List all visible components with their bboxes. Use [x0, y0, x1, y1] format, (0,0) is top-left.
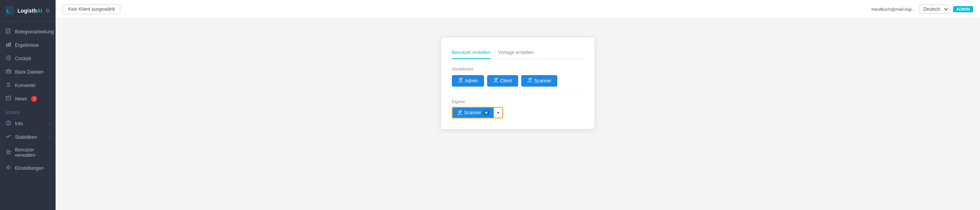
main: Kein Klient ausgewählt handbuch@mail.log… — [56, 0, 980, 210]
news-badge: 7 — [31, 96, 37, 102]
sidebar-item-bank-dateien[interactable]: Bank Dateien — [0, 65, 56, 79]
sidebar-item-label: Cockpit — [15, 56, 31, 61]
chevron-right-icon: › — [49, 121, 50, 126]
konverter-icon — [5, 82, 11, 89]
content-area: Benutzer erstellen Vorlage erstellen Vor… — [56, 18, 980, 210]
admin-badge: ADMIN — [953, 6, 973, 12]
topbar-right: handbuch@mail.logi... Deutsch English AD… — [872, 5, 973, 14]
sidebar-item-benutzer-verwalten[interactable]: Benutzer verwalten — [0, 144, 56, 161]
tab-vorlage-erstellen[interactable]: Vorlage erstellen — [498, 47, 534, 59]
eigene-row: Scanner M ▾ — [452, 107, 584, 118]
client-btn-label: Client — [500, 78, 512, 84]
sidebar-item-label: Statistiken — [15, 135, 37, 140]
no-client-button[interactable]: Kein Klient ausgewählt — [62, 4, 120, 14]
svg-point-21 — [8, 121, 9, 122]
sidebar-item-label: Bank Dateien — [15, 69, 44, 75]
sidebar-item-label: Ergebnisse — [15, 43, 39, 48]
eigene-selected-label: Scanner — [464, 110, 481, 115]
svg-point-31 — [529, 79, 531, 80]
statistiken-icon — [5, 134, 11, 140]
sidebar-nav: Belegverarbeitung Ergebnisse Cockpit Ban… — [0, 22, 56, 210]
chevron-down-icon: ▾ — [497, 110, 499, 115]
user-email: handbuch@mail.logi... — [872, 7, 915, 11]
sidebar-item-label: Belegverarbeitung — [15, 29, 54, 34]
svg-rect-8 — [10, 42, 11, 47]
logo-text: LogisthAI — [17, 8, 42, 14]
sidebar-item-label: Info — [15, 121, 23, 126]
eigene-label: Eigene — [452, 99, 584, 104]
belegverarbeitung-icon — [5, 28, 11, 35]
eigene-dropdown-button[interactable]: ▾ — [494, 108, 502, 118]
logo-icon: L — [5, 5, 14, 16]
news-icon — [5, 95, 11, 102]
sidebar-item-belegverarbeitung[interactable]: Belegverarbeitung — [0, 25, 56, 38]
info-icon — [5, 120, 11, 127]
client-preset-button[interactable]: Client — [487, 75, 518, 87]
sidebar-item-konverter[interactable]: Konverter — [0, 79, 56, 92]
cockpit-icon — [5, 55, 11, 62]
topbar: Kein Klient ausgewählt handbuch@mail.log… — [56, 0, 980, 18]
sidebar-item-label: Einstellungen — [15, 166, 44, 171]
eigene-selected-button[interactable]: Scanner M — [453, 108, 494, 118]
svg-text:L: L — [7, 8, 10, 14]
predefined-buttons: Admin Client Scanner — [452, 75, 584, 87]
svg-rect-7 — [8, 43, 9, 47]
sidebar-item-label: News — [15, 96, 27, 102]
svg-point-24 — [8, 167, 10, 169]
modal-tabs: Benutzer erstellen Vorlage erstellen — [452, 47, 584, 59]
sidebar-item-label: Benutzer verwalten — [15, 147, 50, 158]
svg-point-23 — [9, 151, 11, 152]
tab-benutzer-erstellen[interactable]: Benutzer erstellen — [452, 47, 491, 59]
sidebar-item-info[interactable]: Info › — [0, 117, 56, 130]
predefined-label: Vordefiniert — [452, 67, 584, 71]
svg-point-22 — [7, 150, 9, 152]
sidebar-item-news[interactable]: News 7 — [0, 92, 56, 105]
svg-point-34 — [459, 111, 461, 113]
settings-icon[interactable]: ⚙ — [45, 8, 50, 14]
chevron-right-icon: › — [49, 135, 50, 139]
eigene-m-badge: M — [483, 110, 489, 115]
einstellungen-icon — [5, 165, 11, 171]
eigene-selector: Scanner M ▾ — [452, 107, 503, 118]
admin-section-label: ADMIN — [0, 105, 56, 117]
sidebar-logo: L LogisthAI ⚙ — [0, 0, 56, 22]
admin-btn-label: Admin — [465, 78, 478, 84]
sidebar-item-label: Konverter — [15, 83, 36, 88]
scanner-user-icon — [527, 78, 532, 84]
sidebar: L LogisthAI ⚙ Belegverarbeitung Ergebnis… — [0, 0, 56, 210]
svg-rect-6 — [6, 44, 7, 47]
client-user-icon — [493, 78, 498, 84]
admin-preset-button[interactable]: Admin — [452, 75, 484, 87]
sidebar-item-ergebnisse[interactable]: Ergebnisse — [0, 38, 56, 52]
language-select[interactable]: Deutsch English — [919, 5, 949, 14]
sidebar-item-einstellungen[interactable]: Einstellungen › — [0, 161, 56, 175]
sidebar-item-statistiken[interactable]: Statistiken › — [0, 130, 56, 144]
svg-line-11 — [8, 57, 10, 58]
sidebar-item-cockpit[interactable]: Cockpit — [0, 52, 56, 65]
svg-point-28 — [495, 79, 497, 80]
bank-dateien-icon — [5, 69, 11, 75]
create-user-card: Benutzer erstellen Vorlage erstellen Vor… — [441, 38, 594, 129]
benutzer-verwalten-icon — [5, 149, 11, 156]
scanner-btn-label: Scanner — [534, 78, 552, 84]
ergebnisse-icon — [5, 42, 11, 48]
svg-point-25 — [460, 79, 461, 80]
admin-user-icon — [458, 78, 463, 84]
chevron-right-icon: › — [49, 166, 50, 170]
scanner-preset-button[interactable]: Scanner — [521, 75, 558, 87]
